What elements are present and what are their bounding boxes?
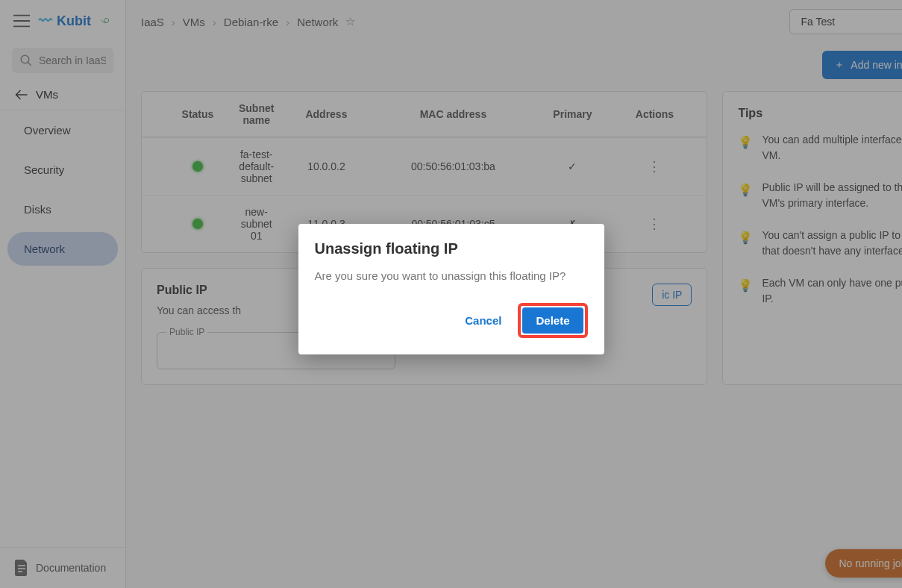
modal-overlay[interactable]: Unassign floating IP Are you sure you wa…	[0, 0, 902, 588]
delete-button-highlight: Delete	[518, 303, 587, 338]
cancel-button[interactable]: Cancel	[459, 307, 507, 334]
modal-text: Are you sure you want to unassign this f…	[315, 269, 588, 282]
delete-button[interactable]: Delete	[522, 307, 583, 334]
unassign-ip-modal: Unassign floating IP Are you sure you wa…	[298, 224, 604, 354]
modal-title: Unassign floating IP	[315, 240, 588, 257]
